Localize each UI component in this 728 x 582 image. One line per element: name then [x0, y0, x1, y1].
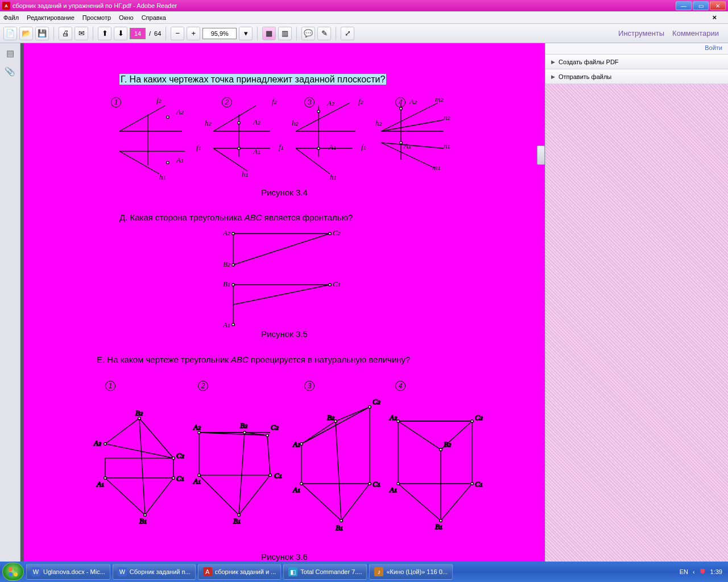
svg-line-94 — [267, 435, 270, 475]
svg-text:f2: f2 — [358, 97, 363, 106]
minimize-button[interactable]: — — [676, 1, 692, 10]
svg-point-78 — [138, 417, 141, 420]
svg-point-82 — [144, 514, 147, 517]
svg-line-76 — [139, 418, 145, 515]
svg-point-144 — [14, 567, 18, 571]
panel-create-pdf[interactable]: ▶Создать файлы PDF — [545, 55, 728, 69]
attachments-icon[interactable]: 📎 — [5, 66, 16, 77]
svg-line-111 — [336, 421, 341, 521]
zoom-out-icon[interactable]: − — [171, 27, 184, 40]
doc-close-button[interactable]: × — [712, 13, 717, 22]
svg-marker-127 — [398, 484, 472, 521]
page-up-icon[interactable]: ⬆ — [98, 27, 111, 40]
fit-width-icon[interactable]: ▥ — [278, 27, 292, 40]
zoom-input[interactable]: 95,9% — [202, 28, 237, 39]
comment-icon[interactable]: 💬 — [301, 27, 315, 40]
svg-text:A2: A2 — [292, 440, 300, 448]
task-item-2[interactable]: WСборник заданий п... — [113, 564, 196, 580]
task-item-4[interactable]: ◧Total Commander 7.... — [283, 564, 367, 580]
tools-link[interactable]: Инструменты — [618, 29, 664, 38]
highlight-icon[interactable]: ✎ — [317, 27, 331, 40]
svg-text:f1: f1 — [279, 143, 284, 151]
comments-link[interactable]: Комментарии — [672, 29, 719, 38]
svg-point-5 — [167, 116, 169, 118]
svg-line-58 — [233, 285, 330, 305]
svg-point-96 — [243, 431, 246, 434]
figure-3-6: A2B2C2 A1C1B1 A2B2C2 A1C1B1 — [85, 393, 483, 541]
svg-point-99 — [269, 474, 272, 477]
print-icon[interactable]: 🖨 — [59, 27, 72, 40]
caption-3-5: Рисунок 3.5 — [46, 329, 523, 339]
svg-text:A2: A2 — [93, 439, 101, 447]
svg-point-146 — [14, 572, 18, 576]
login-link[interactable]: Войти — [545, 43, 728, 55]
svg-point-80 — [104, 477, 107, 480]
menu-file[interactable]: Файл — [3, 14, 19, 21]
maximize-button[interactable]: ▭ — [693, 1, 709, 10]
email-icon[interactable]: ✉ — [75, 27, 88, 40]
read-mode-icon[interactable]: ⤢ — [341, 27, 354, 40]
svg-text:A1: A1 — [403, 142, 411, 150]
task-item-1[interactable]: WUglanova.docx - Mic... — [26, 564, 110, 580]
thumbnails-icon[interactable]: ▤ — [5, 48, 16, 59]
open-icon[interactable]: 📂 — [19, 27, 33, 40]
task-item-5[interactable]: ♪«Кино (Цой)» 116 0... — [369, 564, 453, 580]
start-button[interactable] — [2, 563, 24, 581]
close-button[interactable]: ✕ — [710, 1, 726, 10]
svg-text:B2: B2 — [135, 409, 143, 417]
page-total: 64 — [154, 30, 161, 37]
svg-marker-73 — [105, 478, 173, 515]
page-down-icon[interactable]: ⬇ — [114, 27, 127, 40]
svg-text:A2: A2 — [193, 423, 201, 431]
menu-edit[interactable]: Редактирование — [27, 14, 75, 21]
taskbar: WUglanova.docx - Mic... WСборник заданий… — [0, 562, 728, 582]
svg-text:h2: h2 — [375, 119, 382, 127]
zoom-dropdown-icon[interactable]: ▾ — [239, 27, 253, 40]
svg-text:A1: A1 — [328, 143, 336, 151]
svg-point-145 — [9, 572, 13, 576]
clock[interactable]: 1:39 — [710, 568, 722, 575]
export-pdf-icon[interactable]: 📄 — [3, 27, 17, 40]
svg-text:n2: n2 — [444, 113, 450, 122]
tray-security-icon[interactable]: ⛊ — [700, 568, 706, 575]
question-g: Г. На каких чертежах точка принадлежит з… — [119, 74, 386, 85]
document-viewport[interactable]: Г. На каких чертежах точка принадлежит з… — [20, 43, 545, 562]
svg-line-23 — [381, 103, 438, 131]
tray-chevron-icon[interactable]: ‹ — [693, 568, 695, 575]
menu-help[interactable]: Справка — [142, 14, 166, 21]
chevron-right-icon: ▶ — [551, 59, 555, 65]
zoom-in-icon[interactable]: + — [187, 27, 200, 40]
svg-point-113 — [300, 443, 303, 446]
save-icon[interactable]: 💾 — [35, 27, 49, 40]
menu-window[interactable]: Окно — [119, 14, 134, 21]
svg-text:f2: f2 — [272, 97, 277, 106]
task-item-3[interactable]: Aсборник заданий и ... — [198, 564, 282, 580]
svg-text:h2: h2 — [205, 119, 212, 127]
svg-text:C2: C2 — [373, 397, 380, 406]
option-e2: 2 — [198, 381, 208, 391]
svg-line-18 — [296, 148, 330, 174]
svg-text:A1: A1 — [222, 321, 230, 329]
menu-view[interactable]: Просмотр — [82, 14, 111, 21]
svg-text:m1: m1 — [432, 163, 440, 172]
svg-point-132 — [471, 420, 474, 423]
question-d-abc: ABC — [245, 213, 262, 222]
toolbar: 📄 📂 💾 🖨 ✉ ⬆ ⬇ 14 / 64 − + 95,9% ▾ ▦ ▥ 💬 … — [0, 24, 728, 43]
svg-point-62 — [232, 284, 235, 286]
svg-text:A1: A1 — [193, 477, 201, 485]
svg-point-143 — [9, 567, 13, 571]
svg-point-77 — [104, 443, 107, 446]
option-e1: 1 — [105, 381, 115, 391]
caption-3-6: Рисунок 3.6 — [46, 552, 523, 562]
svg-point-97 — [266, 434, 269, 437]
fit-page-icon[interactable]: ▦ — [262, 27, 276, 40]
panel-send-files[interactable]: ▶Отправить файлы — [545, 69, 728, 84]
scrollbar-thumb[interactable] — [537, 146, 545, 165]
svg-line-4 — [119, 151, 159, 174]
svg-text:C1: C1 — [373, 480, 380, 488]
figure-3-5: A2C2B2 B1C1A1 — [216, 225, 364, 336]
svg-point-133 — [440, 448, 442, 451]
svg-text:C1: C1 — [176, 474, 184, 483]
page-number-input[interactable]: 14 — [130, 28, 146, 39]
language-indicator[interactable]: EN — [680, 568, 688, 575]
